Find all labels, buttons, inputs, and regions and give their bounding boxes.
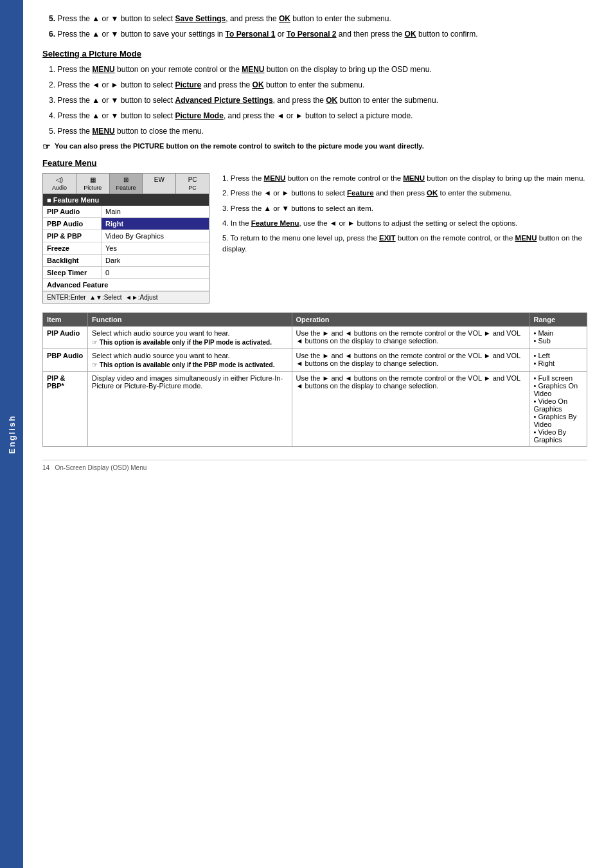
sel-step-3: 3. Press the ▲ or ▼ button to select Adv… bbox=[42, 95, 587, 106]
osd-val-pip-pbp: Video By Graphics bbox=[101, 230, 209, 242]
feat-step-5: 5. To return to the menu one level up, p… bbox=[222, 233, 587, 255]
table-row: PIP & PBP* Display video and images simu… bbox=[43, 372, 587, 447]
sel-step-4: 4. Press the ▲ or ▼ button to select Pic… bbox=[42, 110, 587, 122]
ew-icon: EW bbox=[144, 176, 174, 183]
td-pip-pbp-function: Display video and images simultaneously … bbox=[88, 372, 292, 447]
pc-icon: PC bbox=[177, 176, 208, 183]
osd-row-sleep-timer: Sleep Timer 0 bbox=[43, 267, 209, 279]
td-pip-audio-function: Select which audio source you want to he… bbox=[88, 327, 292, 349]
table-row: PIP Audio Select which audio source you … bbox=[43, 327, 587, 349]
osd-val-backlight: Dark bbox=[101, 255, 209, 266]
osd-icons-row: ◁) Audio ▦ Picture ⊞ Feature bbox=[43, 174, 209, 194]
osd-key-backlight: Backlight bbox=[43, 255, 101, 266]
osd-key-freeze: Freeze bbox=[43, 242, 101, 254]
osd-key-pip-audio: PIP Audio bbox=[43, 206, 101, 217]
page-number: 14 bbox=[42, 464, 49, 471]
selecting-heading: Selecting a Picture Mode bbox=[42, 49, 587, 59]
th-function: Function bbox=[88, 313, 292, 327]
feat-step-3: 3. Press the ▲ or ▼ buttons to select an… bbox=[222, 203, 587, 214]
osd-val-pip-audio: Main bbox=[101, 206, 209, 217]
pbp-audio-note: ☞ This option is available only if the P… bbox=[92, 361, 288, 368]
osd-key-pbp-audio: PBP Audio bbox=[43, 218, 101, 230]
td-pip-pbp-item: PIP & PBP* bbox=[43, 372, 88, 447]
feat-step-2: 2. Press the ◄ or ► buttons to select Fe… bbox=[222, 188, 587, 199]
osd-key-sleep-timer: Sleep Timer bbox=[43, 267, 101, 278]
table-row: PBP Audio Select which audio source you … bbox=[43, 349, 587, 372]
sel-step-1: 1. Press the MENU button on your remote … bbox=[42, 64, 587, 75]
feat-step-4: 4. In the Feature Menu, use the ◄ or ► b… bbox=[222, 218, 587, 229]
picture-label: Picture bbox=[78, 185, 108, 191]
td-pip-audio-item: PIP Audio bbox=[43, 327, 88, 349]
td-pbp-audio-range: • Left• Right bbox=[529, 349, 587, 372]
feature-icon: ⊞ bbox=[111, 176, 141, 183]
osd-row-advanced-feature: Advanced Feature bbox=[43, 279, 209, 291]
feat-step-1: 1. Press the MENU button on the remote c… bbox=[222, 173, 587, 184]
td-pbp-audio-operation: Use the ► and ◄ buttons on the remote co… bbox=[292, 349, 529, 372]
osd-menu: ◁) Audio ▦ Picture ⊞ Feature bbox=[42, 173, 209, 303]
osd-menu-widget: ◁) Audio ▦ Picture ⊞ Feature bbox=[42, 173, 209, 303]
pip-audio-note: ☞ This option is available only if the P… bbox=[92, 339, 288, 346]
td-pip-audio-range: • Main• Sub bbox=[529, 327, 587, 349]
sidebar-label: English bbox=[7, 415, 17, 454]
osd-val-pbp-audio: Right bbox=[101, 218, 209, 230]
td-pip-pbp-operation: Use the ► and ◄ buttons on the remote co… bbox=[292, 372, 529, 447]
feature-right-steps: 1. Press the MENU button on the remote c… bbox=[222, 173, 587, 259]
osd-row-pip-audio: PIP Audio Main bbox=[43, 206, 209, 218]
osd-row-pbp-audio: PBP Audio Right bbox=[43, 218, 209, 230]
note-icon: ☞ bbox=[42, 141, 51, 152]
picture-mode-note: ☞ You can also press the PICTURE button … bbox=[42, 142, 587, 152]
osd-key-advanced-feature: Advanced Feature bbox=[43, 279, 209, 291]
ew-label bbox=[144, 185, 174, 191]
picture-icon: ▦ bbox=[78, 176, 108, 183]
osd-val-sleep-timer: 0 bbox=[101, 267, 209, 278]
td-pbp-audio-item: PBP Audio bbox=[43, 349, 88, 372]
td-pip-audio-operation: Use the ► and ◄ buttons on the remote co… bbox=[292, 327, 529, 349]
osd-key-pip-pbp: PIP & PBP bbox=[43, 230, 101, 242]
save-settings-steps: 5. Press the ▲ or ▼ button to select Sav… bbox=[42, 13, 587, 40]
osd-row-backlight: Backlight Dark bbox=[43, 255, 209, 267]
feature-table: Item Function Operation Range PIP Audio … bbox=[42, 312, 587, 447]
osd-icon-picture: ▦ Picture bbox=[76, 174, 110, 194]
osd-icon-pc: PC PC bbox=[176, 174, 209, 194]
pc-label: PC bbox=[177, 185, 208, 191]
osd-icon-feature: ⊞ Feature bbox=[110, 174, 143, 194]
audio-label: Audio bbox=[44, 185, 75, 191]
audio-icon: ◁) bbox=[44, 176, 75, 183]
osd-enter-hint: ENTER:Enter ▲▼:Select ◄►:Adjust bbox=[43, 291, 209, 303]
th-item: Item bbox=[43, 313, 88, 327]
sidebar: English bbox=[0, 0, 23, 868]
footer-text: On-Screen Display (OSD) Menu bbox=[55, 464, 147, 471]
osd-row-freeze: Freeze Yes bbox=[43, 242, 209, 255]
osd-icon-ew: EW bbox=[143, 174, 176, 194]
th-operation: Operation bbox=[292, 313, 529, 327]
osd-menu-header: ■ Feature Menu bbox=[43, 194, 209, 206]
th-range: Range bbox=[529, 313, 587, 327]
feature-layout: ◁) Audio ▦ Picture ⊞ Feature bbox=[42, 173, 587, 303]
sel-step-5: 5. Press the MENU button to close the me… bbox=[42, 125, 587, 137]
main-content: 5. Press the ▲ or ▼ button to select Sav… bbox=[23, 0, 613, 868]
feature-menu-section: Feature Menu ◁) Audio ▦ Picture bbox=[42, 158, 587, 447]
osd-row-pip-pbp: PIP & PBP Video By Graphics bbox=[43, 230, 209, 242]
selecting-picture-mode-section: Selecting a Picture Mode 1. Press the ME… bbox=[42, 49, 587, 152]
feature-label: Feature bbox=[111, 185, 141, 191]
osd-val-freeze: Yes bbox=[101, 242, 209, 254]
td-pbp-audio-function: Select which audio source you want to he… bbox=[88, 349, 292, 372]
td-pip-pbp-range: • Full screen• Graphics On Video• Video … bbox=[529, 372, 587, 447]
page-footer: 14 On-Screen Display (OSD) Menu bbox=[42, 460, 587, 471]
step-5: 5. Press the ▲ or ▼ button to select Sav… bbox=[42, 13, 587, 24]
step-6: 6. Press the ▲ or ▼ button to save your … bbox=[42, 28, 587, 40]
osd-icon-audio: ◁) Audio bbox=[43, 174, 76, 194]
sel-step-2: 2. Press the ◄ or ► button to select Pic… bbox=[42, 79, 587, 91]
note-text: You can also press the PICTURE button on… bbox=[55, 142, 424, 150]
feature-menu-heading: Feature Menu bbox=[42, 158, 587, 168]
